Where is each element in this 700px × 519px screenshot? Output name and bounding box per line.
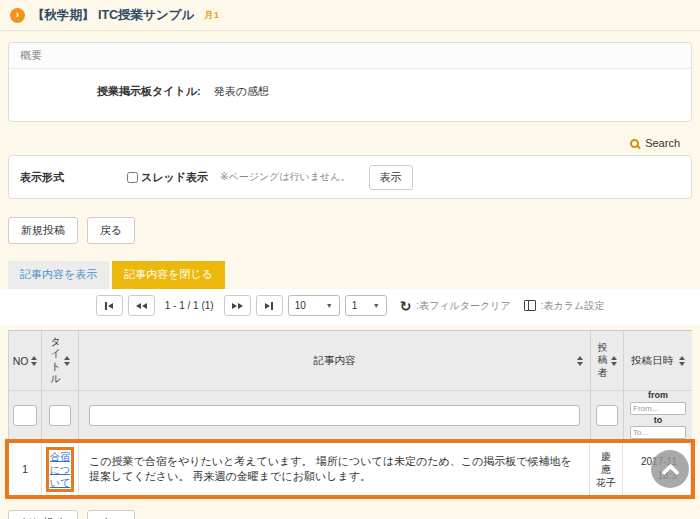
overview-box-title: 概要: [9, 43, 691, 69]
chevron-up-icon: [661, 463, 679, 481]
search-icon: [630, 139, 639, 148]
tab-show-content[interactable]: 記事内容を表示: [8, 261, 109, 289]
new-post-button-bottom[interactable]: 新規投稿: [8, 510, 78, 519]
page-header: 【秋学期】 ITC授業サンプル 月1: [0, 0, 700, 31]
post-title-annotation: 合宿 につ いて: [46, 447, 74, 492]
sort-icon: [31, 356, 37, 366]
header-content[interactable]: 記事内容: [79, 331, 591, 390]
header-author-label: 投 稿 者: [598, 342, 608, 380]
sort-icon: [577, 356, 583, 366]
table-row: 1 合宿 につ いて この授業で合宿をやりたいと考えています。 場所については未…: [9, 443, 691, 495]
header-no-label: NO: [13, 355, 29, 367]
display-format-label: 表示形式: [20, 170, 64, 185]
new-post-button[interactable]: 新規投稿: [8, 217, 78, 244]
column-config-icon[interactable]: [524, 300, 536, 311]
filter-to-label: to: [654, 416, 663, 426]
post-author: 慶 應 花子: [596, 450, 616, 489]
header-title-label: タ イ ト ル: [50, 336, 60, 386]
thread-display-label: スレッド表示: [141, 170, 208, 185]
filter-no-input[interactable]: [13, 405, 37, 426]
header-no[interactable]: NO: [9, 331, 42, 390]
tab-close-content[interactable]: 記事内容を閉じる: [112, 261, 225, 289]
page-size-value: 10: [295, 300, 306, 311]
table-filter-row: from to: [8, 390, 692, 439]
header-content-label: 記事内容: [314, 354, 356, 368]
page-number-value: 1: [352, 300, 358, 311]
header-date-label: 投稿日時: [631, 354, 673, 368]
column-config-label: :表カラム設定: [541, 299, 604, 313]
chevron-down-icon: ▼: [326, 302, 333, 309]
chevron-circle-icon: [10, 8, 25, 23]
filter-from-label: from: [648, 391, 668, 401]
filter-date-from-input[interactable]: [630, 402, 686, 415]
back-button[interactable]: 戻る: [87, 217, 135, 244]
sort-icon: [679, 356, 685, 366]
filter-date-to-input[interactable]: [630, 426, 686, 439]
row-no: 1: [22, 463, 28, 475]
search-label: Search: [645, 137, 680, 149]
header-author[interactable]: 投 稿 者: [591, 331, 624, 390]
sort-icon: [611, 356, 617, 366]
paging-note: ※ページングは行いません。: [220, 170, 351, 184]
back-button-bottom[interactable]: 戻る: [87, 510, 135, 519]
show-button[interactable]: 表示: [369, 165, 413, 190]
prev-page-button[interactable]: [128, 295, 155, 316]
last-page-button[interactable]: [256, 295, 283, 316]
page-subtitle: 月1: [204, 9, 219, 22]
chevron-down-icon: ▼: [373, 302, 380, 309]
header-title[interactable]: タ イ ト ル: [42, 331, 79, 390]
search-toggle[interactable]: Search: [8, 135, 692, 151]
board-title-label: 授業掲示板タイトル:: [97, 84, 201, 99]
post-row-annotation: 1 合宿 につ いて この授業で合宿をやりたいと考えています。 場所については未…: [5, 439, 695, 499]
post-content-text: この授業で合宿をやりたいと考えています。 場所については未定のため、この掲示板で…: [79, 454, 589, 485]
filter-content-input[interactable]: [89, 405, 580, 426]
page-size-select[interactable]: 10▼: [288, 295, 340, 316]
next-page-button[interactable]: [224, 295, 251, 316]
page-title: 【秋学期】 ITC授業サンプル: [32, 7, 194, 24]
post-title-link[interactable]: 合宿 につ いて: [50, 450, 70, 489]
filter-clear-icon[interactable]: [400, 299, 412, 313]
table-header-row: NO タ イ ト ル 記事内容 投 稿 者 投稿日時: [8, 330, 692, 390]
first-page-button[interactable]: [96, 295, 123, 316]
thread-display-checkbox[interactable]: [127, 172, 138, 183]
scroll-to-top-button[interactable]: [651, 450, 689, 488]
filter-author-input[interactable]: [596, 405, 618, 426]
board-title-value: 発表の感想: [214, 84, 269, 99]
sort-icon: [64, 356, 70, 366]
page-range-text: 1 - 1 / 1 (1): [165, 300, 214, 311]
overview-box: 概要 授業掲示板タイトル: 発表の感想: [8, 42, 692, 122]
filter-clear-label: :表フィルタークリア: [416, 299, 510, 313]
search-panel: 表示形式 スレッド表示 ※ページングは行いません。 表示: [8, 155, 692, 199]
filter-title-input[interactable]: [49, 405, 71, 426]
header-date[interactable]: 投稿日時: [624, 331, 692, 390]
posts-table: NO タ イ ト ル 記事内容 投 稿 者 投稿日時: [8, 330, 692, 499]
page-number-select[interactable]: 1▼: [345, 295, 387, 316]
pagination-band: 1 - 1 / 1 (1) 10▼ 1▼ :表フィルタークリア :表カラム設定: [0, 289, 700, 325]
